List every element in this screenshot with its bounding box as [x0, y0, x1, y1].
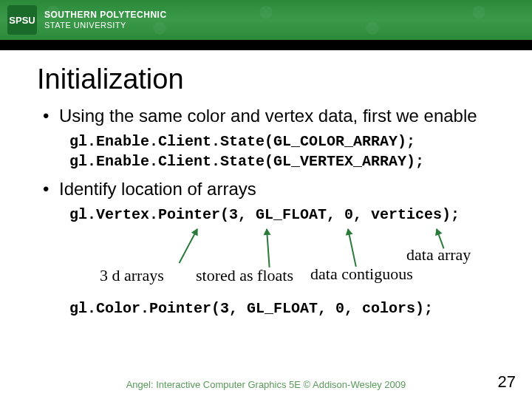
arrow-icon — [266, 229, 270, 267]
arrow-icon — [179, 228, 198, 263]
header-bar: SPSU SOUTHERN POLYTECHNIC STATE UNIVERSI… — [0, 0, 532, 40]
logo-badge: SPSU — [7, 5, 37, 35]
logo-line2: STATE UNIVERSITY — [44, 21, 167, 30]
code-block-3: gl.Color.Pointer(3, GL_FLOAT, 0, colors)… — [69, 299, 510, 318]
footer-credit: Angel: Interactive Computer Graphics 5E … — [0, 379, 532, 390]
slide-title: Initialization — [37, 64, 510, 95]
header-underline — [0, 40, 532, 50]
code-block-2: gl.Vertex.Pointer(3, GL_FLOAT, 0, vertic… — [69, 205, 510, 225]
annotation-data-array: data array — [406, 245, 471, 265]
page-number: 27 — [498, 372, 516, 392]
logo-text: SOUTHERN POLYTECHNIC STATE UNIVERSITY — [44, 10, 167, 30]
slide-content: Initialization Using the same color and … — [0, 50, 532, 318]
code-block-1a: gl.Enable.Client.State(GL_COLOR_ARRAY); — [69, 132, 510, 151]
code-block-1b: gl.Enable.Client.State(GL_VERTEX_ARRAY); — [69, 151, 510, 171]
annotation-3d-arrays: 3 d arrays — [100, 266, 164, 285]
annotation-stored-floats: stored as floats — [196, 266, 293, 285]
bullet-1: Using the same color and vertex data, fi… — [43, 106, 510, 127]
logo-line1: SOUTHERN POLYTECHNIC — [44, 10, 167, 20]
arrow-icon — [347, 228, 357, 266]
bullet-2: Identify location of arrays — [43, 179, 510, 200]
annotation-layer: 3 d arrays stored as floats data contigu… — [37, 228, 510, 294]
annotation-contiguous: data contiguous — [310, 265, 413, 284]
